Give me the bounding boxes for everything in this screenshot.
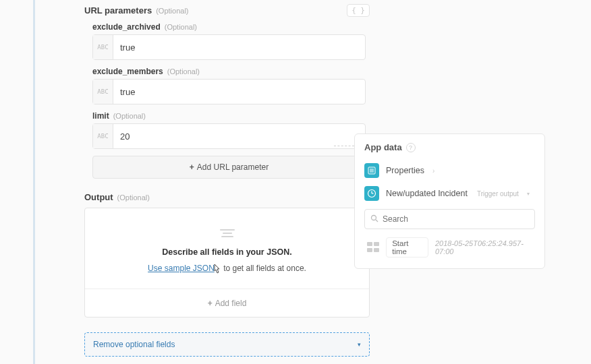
param-label: exclude_members — [92, 67, 163, 76]
output-subtext-suffix: to get all fields at once. — [221, 264, 306, 273]
use-sample-json-link[interactable]: Use sample JSON — [148, 264, 215, 273]
param-input-wrap: ABC — [92, 123, 366, 149]
result-name: Start time — [386, 237, 428, 257]
properties-label: Properties — [386, 166, 424, 175]
add-field-label: Add field — [215, 299, 247, 308]
param-group-exclude-archived: exclude_archived (Optional) ABC — [92, 22, 575, 60]
svg-line-8 — [376, 220, 378, 222]
connector-line — [334, 146, 354, 146]
url-parameters-optional: (Optional) — [156, 7, 188, 15]
svg-point-7 — [372, 215, 376, 220]
search-icon — [370, 214, 378, 224]
param-input-exclude-members[interactable] — [113, 80, 365, 104]
param-label: limit — [92, 111, 109, 121]
add-url-parameter-label: Add URL parameter — [197, 162, 269, 172]
output-subtext: Use sample JSON to get all fields at onc… — [97, 261, 357, 276]
type-badge: ABC — [93, 80, 113, 104]
search-wrap[interactable] — [364, 209, 535, 229]
table-icon — [367, 242, 379, 253]
result-value: 2018-05-25T06:25:24.957-07:00 — [435, 239, 532, 255]
add-url-parameter-button[interactable]: + Add URL parameter — [92, 156, 366, 179]
param-input-wrap: ABC — [92, 34, 366, 60]
url-parameters-label: URL parameters — [84, 5, 152, 16]
result-row[interactable]: Start time 2018-05-25T06:25:24.957-07:00 — [364, 236, 535, 259]
param-optional: (Optional) — [165, 23, 197, 31]
param-label: exclude_archived — [92, 22, 161, 32]
caret-down-icon: ▾ — [358, 341, 361, 348]
incident-item[interactable]: New/updated Incident Trigger output ▾ — [364, 182, 535, 205]
code-toggle-button[interactable]: { } — [347, 4, 370, 17]
caret-down-icon: ▾ — [527, 191, 530, 197]
param-input-exclude-archived[interactable] — [113, 35, 365, 59]
param-group-exclude-members: exclude_members (Optional) ABC — [92, 67, 575, 104]
chevron-right-icon: › — [432, 167, 434, 175]
output-label: Output — [84, 192, 113, 202]
incident-label: New/updated Incident — [386, 189, 468, 198]
app-data-title: App data — [364, 142, 402, 152]
param-input-limit[interactable] — [113, 124, 365, 148]
json-fields-icon — [218, 227, 237, 241]
remove-optional-fields-button[interactable]: Remove optional fields ▾ — [84, 332, 370, 357]
help-icon[interactable]: ? — [406, 143, 416, 152]
output-describe-text: Describe all fields in your JSON. — [97, 247, 357, 257]
add-field-button[interactable]: + Add field — [85, 289, 369, 317]
param-input-wrap: ABC — [92, 79, 366, 104]
url-parameters-header: URL parameters (Optional) { } — [84, 4, 370, 17]
search-input[interactable] — [383, 214, 529, 224]
plus-icon: + — [208, 299, 213, 308]
output-box: Describe all fields in your JSON. Use sa… — [84, 208, 370, 317]
type-badge: ABC — [93, 124, 113, 148]
trigger-output-badge: Trigger output — [477, 190, 519, 198]
clock-icon — [364, 186, 379, 201]
output-optional: (Optional) — [117, 193, 150, 202]
type-badge: ABC — [93, 35, 113, 59]
remove-optional-fields-label: Remove optional fields — [93, 340, 175, 349]
plus-icon: + — [190, 162, 194, 172]
list-icon — [364, 163, 379, 178]
param-optional: (Optional) — [113, 112, 146, 120]
param-optional: (Optional) — [167, 67, 200, 75]
app-data-panel: App data ? Properties › New/updated Inci… — [354, 133, 545, 269]
properties-item[interactable]: Properties › — [364, 159, 535, 182]
cursor-pointer-icon — [212, 264, 221, 276]
